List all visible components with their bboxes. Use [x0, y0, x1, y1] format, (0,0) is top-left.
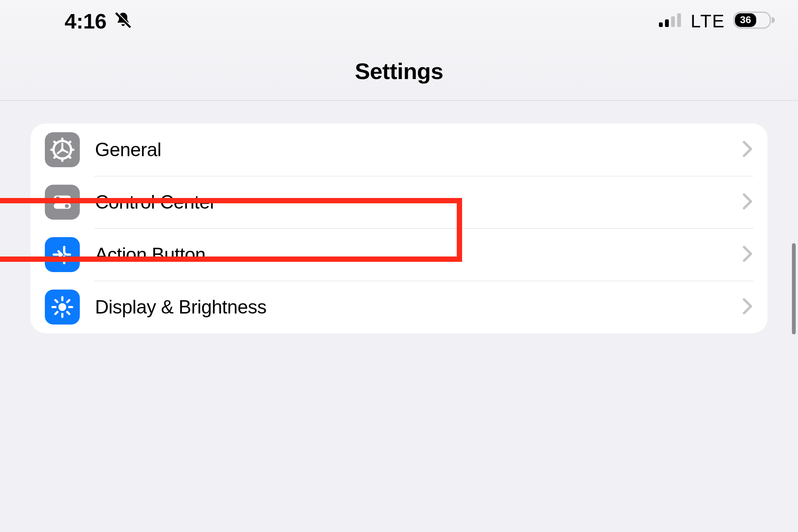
action-arrow-icon: [45, 237, 80, 272]
svg-rect-5: [677, 13, 681, 27]
svg-line-34: [67, 312, 69, 314]
svg-rect-4: [671, 16, 675, 27]
sun-icon: [45, 290, 80, 325]
status-time: 4:16: [65, 9, 106, 33]
svg-line-35: [55, 312, 57, 314]
settings-content: General Control Center: [0, 101, 798, 333]
svg-line-17: [69, 142, 70, 143]
svg-line-14: [54, 142, 56, 143]
settings-row-label: Control Center: [95, 191, 743, 213]
network-label: LTE: [691, 11, 725, 32]
svg-point-25: [65, 204, 69, 208]
status-bar: 4:16 LTE 36: [0, 0, 798, 42]
settings-row-label: General: [95, 139, 743, 161]
svg-point-23: [56, 196, 60, 201]
settings-group: General Control Center: [30, 124, 768, 333]
settings-row-general[interactable]: General: [30, 124, 768, 176]
cellular-signal-icon: [658, 13, 682, 29]
settings-row-control-center[interactable]: Control Center: [30, 176, 768, 228]
svg-point-28: [59, 303, 66, 311]
settings-row-display-brightness[interactable]: Display & Brightness: [30, 281, 768, 333]
chevron-right-icon: [743, 193, 753, 211]
settings-row-label: Display & Brightness: [95, 296, 743, 318]
page-title: Settings: [355, 58, 443, 84]
chevron-right-icon: [743, 298, 753, 316]
scroll-indicator[interactable]: [792, 243, 796, 334]
svg-line-36: [67, 300, 69, 302]
settings-row-action-button[interactable]: Action Button: [30, 228, 768, 281]
chevron-right-icon: [743, 141, 753, 159]
silent-bell-icon: [113, 10, 133, 32]
svg-line-15: [69, 156, 70, 158]
svg-line-16: [54, 156, 56, 158]
chevron-right-icon: [743, 245, 753, 264]
switches-icon: [45, 185, 80, 220]
svg-rect-2: [659, 22, 663, 27]
svg-rect-3: [665, 19, 669, 27]
svg-line-33: [55, 300, 57, 302]
battery-icon: 36: [733, 11, 775, 31]
settings-row-label: Action Button: [95, 244, 743, 266]
page-header: Settings: [0, 42, 798, 101]
gear-icon: [45, 132, 80, 167]
svg-line-21: [58, 150, 62, 154]
svg-text:36: 36: [740, 14, 751, 25]
